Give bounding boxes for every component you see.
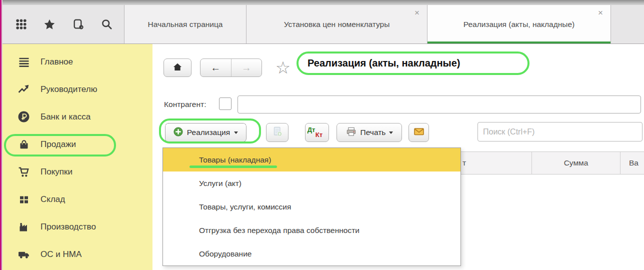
menu-item-label: Товары, услуги, комиссия — [199, 202, 291, 212]
column-divider — [620, 152, 620, 174]
home-icon — [172, 62, 183, 74]
kontragent-filter-checkbox[interactable] — [219, 98, 232, 110]
navigation-buttons: ← → — [200, 58, 262, 77]
dropdown-arrow-icon — [234, 132, 238, 134]
sidebar-item-sales[interactable]: Продажи — [2, 130, 152, 158]
dtkt-icon: ДтКт — [312, 127, 322, 138]
create-button-label: Реализация — [187, 128, 230, 137]
window-left-border-inner — [2, 0, 2, 270]
menu-item-equipment[interactable]: Оборудование — [163, 242, 460, 266]
sidebar-item-label: Продажи — [40, 140, 76, 150]
printer-icon — [346, 126, 357, 140]
sidebar-item-label: ОС и НМА — [40, 250, 82, 260]
sidebar-item-manager[interactable]: Руководителю — [2, 76, 152, 103]
tab-realization[interactable]: Реализация (акты, накладные) × — [427, 5, 611, 44]
home-button[interactable] — [164, 58, 192, 77]
sidebar-item-purchases[interactable]: Покупки — [2, 158, 152, 186]
apps-grid-icon[interactable] — [14, 18, 28, 31]
shopping-cart-icon — [17, 165, 30, 178]
menu-item-goods-invoice[interactable]: Товары (накладная) — [163, 148, 460, 172]
favorites-star-icon[interactable] — [43, 18, 56, 31]
menu-item-label: Оборудование — [199, 250, 252, 258]
tab-label: Начальная страница — [148, 20, 223, 29]
sidebar-item-label: Главное — [40, 57, 73, 67]
print-button[interactable]: Печать — [336, 123, 402, 142]
tab-label: Реализация (акты, накладные) — [464, 20, 574, 29]
forward-button[interactable]: → — [231, 59, 262, 76]
show-postings-button[interactable]: ДтКт — [305, 123, 329, 142]
sidebar-item-main[interactable]: Главное — [2, 48, 152, 76]
sidebar-item-label: Производство — [40, 222, 96, 232]
tab-close-icon[interactable]: × — [598, 8, 603, 17]
menu-item-label: Отгрузка без перехода права собственност… — [199, 226, 360, 235]
tab-bar: Начальная страница Установка цен номенкл… — [2, 5, 644, 44]
column-header-currency-partial[interactable]: Ва — [629, 152, 638, 174]
page-title: Реализация (акты, накладные) — [308, 58, 460, 69]
create-document-dropdown-menu: Товары (накладная) Услуги (акт) Товары, … — [162, 148, 461, 266]
kontragent-filter-label: Контрагент: — [164, 100, 206, 109]
column-header-partial[interactable]: т — [462, 152, 466, 174]
dropdown-arrow-icon — [389, 132, 393, 134]
trend-up-icon — [17, 82, 30, 96]
search-input[interactable] — [478, 122, 642, 142]
sidebar-item-fixed-assets[interactable]: ОС и НМА — [2, 240, 152, 268]
sidebar-item-label: Руководителю — [40, 84, 97, 94]
sidebar-item-label: Банк и касса — [40, 112, 90, 122]
menu-item-label: Товары (накладная) — [199, 156, 271, 164]
sidebar-item-label: Покупки — [40, 167, 72, 177]
menu-item-goods-services-commission[interactable]: Товары, услуги, комиссия — [163, 195, 460, 218]
column-header-sum[interactable]: Сумма — [532, 152, 620, 174]
sidebar-item-warehouse[interactable]: Склад — [2, 186, 152, 213]
tab-home-page[interactable]: Начальная страница — [124, 5, 246, 44]
menu-item-shipment-without-ownership[interactable]: Отгрузка без перехода права собственност… — [163, 218, 460, 242]
print-button-label: Печать — [360, 128, 386, 137]
quick-access-icons — [2, 5, 124, 44]
menu-item-label: Услуги (акт) — [199, 179, 242, 188]
back-button[interactable]: ← — [200, 59, 231, 76]
main-content: ← → ☆ Реализация (акты, накладные) Контр… — [152, 44, 644, 270]
menu-item-services-act[interactable]: Услуги (акт) — [163, 172, 460, 195]
tab-label: Установка цен номенклатуры — [284, 20, 390, 29]
search-icon[interactable] — [100, 18, 113, 31]
sidebar-item-bank-cash[interactable]: Банк и касса — [2, 103, 152, 130]
window-title-strip — [0, 0, 644, 5]
copy-document-icon — [272, 126, 284, 140]
warehouse-boxes-icon — [17, 192, 30, 206]
tab-close-icon[interactable]: × — [414, 8, 420, 17]
send-email-button[interactable] — [408, 123, 429, 142]
add-plus-icon — [174, 127, 183, 138]
sidebar-item-label: Склад — [40, 194, 65, 204]
copy-document-button[interactable] — [266, 123, 288, 142]
truck-icon — [17, 248, 30, 261]
menu-lines-icon — [17, 55, 30, 68]
kontragent-filter-input[interactable] — [238, 96, 641, 114]
create-realization-button[interactable]: Реализация — [165, 123, 246, 142]
envelope-icon — [413, 126, 425, 140]
active-tab-indicator — [428, 42, 610, 44]
add-favorite-star-icon[interactable]: ☆ — [273, 57, 293, 78]
shopping-bag-icon — [17, 138, 30, 151]
factory-icon — [17, 220, 30, 234]
tab-price-setting[interactable]: Установка цен номенклатуры × — [246, 5, 427, 44]
ruble-circle-icon — [17, 110, 30, 124]
highlight-annotation-underline — [190, 166, 277, 168]
history-icon[interactable] — [72, 18, 84, 31]
sections-sidebar: Главное Руководителю Банк и касса Продаж… — [2, 44, 152, 270]
sidebar-item-production[interactable]: Производство — [2, 213, 152, 240]
